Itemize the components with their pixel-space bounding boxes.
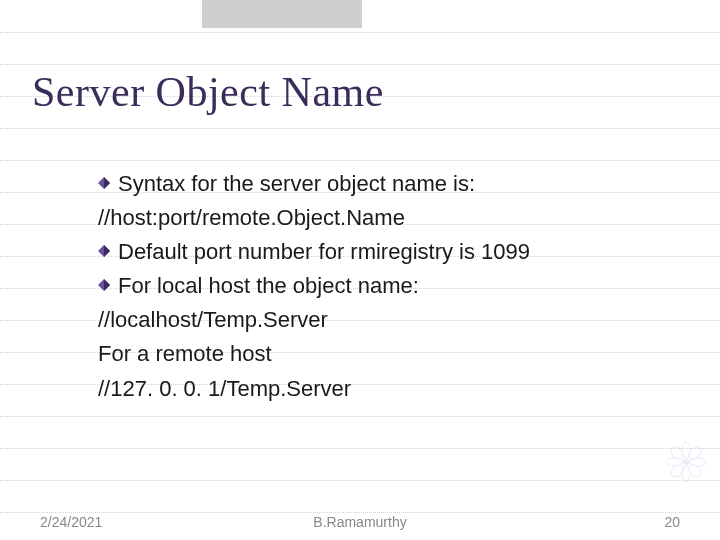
body-line: //localhost/Temp.Server xyxy=(98,303,658,337)
body-line: Syntax for the server object name is: xyxy=(98,167,658,201)
diamond-bullet-icon xyxy=(98,279,110,291)
top-shadow-bar xyxy=(202,0,362,28)
svg-marker-5 xyxy=(104,279,110,291)
flower-decoration-icon xyxy=(662,438,710,486)
svg-point-6 xyxy=(683,459,689,465)
diamond-bullet-icon xyxy=(98,245,110,257)
svg-point-13 xyxy=(669,463,686,480)
body-text: //127. 0. 0. 1/Temp.Server xyxy=(98,372,351,406)
body-text: //host:port/remote.Object.Name xyxy=(98,201,405,235)
diamond-bullet-icon xyxy=(98,177,110,189)
svg-point-12 xyxy=(687,445,704,462)
body-text: For a remote host xyxy=(98,337,272,371)
body-text: //localhost/Temp.Server xyxy=(98,303,328,337)
body-text: Syntax for the server object name is: xyxy=(118,167,475,201)
svg-marker-3 xyxy=(104,245,110,257)
slide-body: Syntax for the server object name is://h… xyxy=(98,167,658,406)
body-line: For local host the object name: xyxy=(98,269,658,303)
body-line: Default port number for rmiregistry is 1… xyxy=(98,235,658,269)
footer-page-number: 20 xyxy=(664,514,680,530)
svg-marker-1 xyxy=(104,177,110,189)
body-line: For a remote host xyxy=(98,337,658,371)
svg-point-11 xyxy=(669,445,686,462)
footer-author: B.Ramamurthy xyxy=(0,514,720,530)
body-text: For local host the object name: xyxy=(118,269,419,303)
svg-point-14 xyxy=(687,463,704,480)
body-line: //host:port/remote.Object.Name xyxy=(98,201,658,235)
slide-title: Server Object Name xyxy=(32,68,384,116)
body-text: Default port number for rmiregistry is 1… xyxy=(118,235,530,269)
body-line: //127. 0. 0. 1/Temp.Server xyxy=(98,372,658,406)
